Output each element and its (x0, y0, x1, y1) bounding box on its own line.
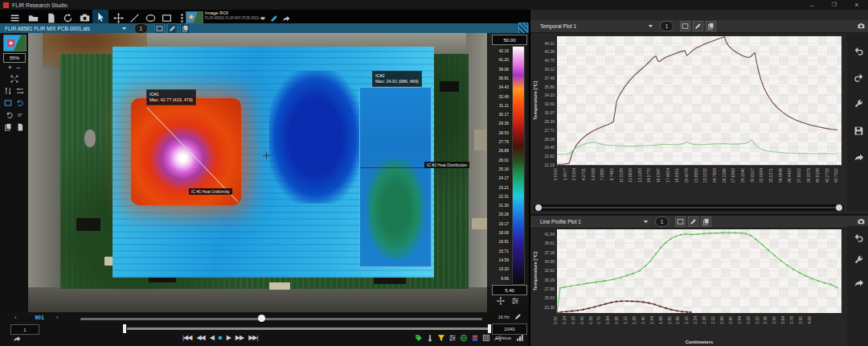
svg-text:34.23: 34.23 (544, 93, 555, 97)
profile-plot-dropdown[interactable] (642, 218, 649, 225)
range-track[interactable] (127, 327, 489, 330)
navigator-thumbnail[interactable] (3, 35, 27, 51)
svg-text:17.4924: 17.4924 (665, 168, 670, 183)
export-plot-button[interactable] (854, 152, 864, 163)
ic2-roi-rect[interactable] (359, 87, 432, 267)
viewer-sidebar: 55% + − 0° (0, 33, 29, 346)
send-frame-button[interactable] (13, 335, 21, 343)
colorbar-tick: 14.59 (498, 258, 509, 262)
rotate-reset-button[interactable] (6, 111, 14, 119)
spot-crosshair[interactable] (263, 152, 270, 159)
svg-text:1.82: 1.82 (667, 316, 672, 324)
fit-to-window-button[interactable] (10, 75, 18, 83)
profile-plot-snapshot-button[interactable] (858, 218, 865, 225)
playback-button-1[interactable]: ◀◀ (196, 333, 204, 343)
range-handle-left[interactable] (123, 324, 126, 333)
playback-button-6[interactable]: ▶▶| (248, 333, 257, 343)
ic2-profile-line[interactable] (360, 167, 434, 168)
emissivity-globe-icon[interactable] (460, 334, 468, 342)
palette-icon[interactable] (471, 334, 479, 342)
colorbar-gradient[interactable] (512, 46, 525, 285)
svg-text:43.7310: 43.7310 (833, 168, 838, 183)
pan-mode-button[interactable] (4, 99, 12, 107)
measurement-settings-icon[interactable] (448, 334, 457, 342)
svg-text:21.8655: 21.8655 (694, 168, 698, 183)
svg-text:3.92: 3.92 (798, 316, 803, 324)
temporal-plot-popout-button[interactable] (680, 21, 690, 31)
histogram-button[interactable] (516, 334, 524, 342)
scrollbar-right-thumb[interactable] (836, 204, 842, 211)
profile-undo-zoom-button[interactable] (854, 233, 864, 243)
scale-histogram-adjust-button[interactable] (511, 297, 519, 305)
thermometer-icon[interactable] (426, 334, 434, 342)
temporal-plot-edit-button[interactable] (693, 21, 703, 31)
svg-text:2.66: 2.66 (719, 316, 724, 324)
frame-rate-edit-button[interactable] (514, 313, 522, 320)
range-end-box[interactable]: 2040 (492, 323, 527, 335)
temporal-x-scrollbar[interactable] (534, 204, 844, 211)
units-label[interactable]: Celsius (479, 336, 511, 340)
frame-current-value[interactable]: 901 (27, 315, 51, 320)
zoom-out-button[interactable]: − (16, 64, 20, 72)
temporal-plot-dropdown[interactable] (647, 23, 654, 30)
profile-settings-wrench-button[interactable] (854, 255, 864, 266)
scale-min-box[interactable]: 5.40 (492, 285, 527, 295)
viewer-edit-button[interactable] (167, 23, 178, 34)
temporal-plot-snapshot-button[interactable] (858, 23, 865, 30)
viewer-duplicate-button[interactable] (180, 23, 190, 34)
profile-export-plot-button[interactable] (854, 278, 864, 288)
playback-button-2[interactable]: ◀ (210, 333, 214, 343)
maximize-button[interactable]: ❐ (823, 2, 845, 8)
plot-settings-wrench-button[interactable] (854, 99, 864, 109)
flip-horizontal-button[interactable] (16, 87, 24, 95)
range-handle-right[interactable] (488, 324, 491, 333)
viewer-tab-count[interactable]: 1 (134, 23, 148, 34)
flip-vertical-button[interactable] (4, 87, 12, 95)
scrollbar-left-thumb[interactable] (535, 204, 542, 211)
playback-button-3[interactable]: ■ (219, 333, 222, 343)
scale-max-box[interactable]: 50.00 (492, 35, 527, 45)
viewer-dropdown-button[interactable] (121, 25, 128, 32)
filter-funnel-icon[interactable] (437, 334, 445, 342)
redo-zoom-button[interactable] (854, 72, 864, 83)
frame-scrubber-thumb[interactable] (258, 315, 265, 322)
frame-prev-button[interactable]: ‹ (14, 314, 17, 321)
ic2-roi-label[interactable]: IC#2 Max: 24.91 (986, 469) (372, 71, 422, 87)
temporal-plot-duplicate-button[interactable] (706, 21, 716, 31)
svg-text:4.3731: 4.3731 (581, 168, 586, 181)
rotate-view-button[interactable] (16, 99, 24, 107)
zoom-in-button[interactable]: + (8, 64, 12, 72)
ic2-line-label[interactable]: IC #2 Heat Distribution (424, 162, 469, 168)
svg-text:16.0347: 16.0347 (656, 168, 661, 183)
playback-button-4[interactable]: ▶ (227, 333, 231, 343)
viewer-popout-button[interactable] (154, 23, 165, 34)
zoom-level-box[interactable]: 55% (3, 53, 26, 63)
rotation-angle-label: 0° (18, 113, 23, 117)
svg-text:2.24: 2.24 (693, 316, 698, 324)
svg-text:0.28: 0.28 (571, 316, 575, 324)
thermal-image-canvas[interactable]: IC#1 Max: 42.77 (423, 479) IC#2 Max: 24.… (28, 33, 529, 312)
playback-button-5[interactable]: ▶▶ (235, 333, 244, 343)
colorbar-tick: 26.89 (498, 149, 509, 153)
ic1-roi-label[interactable]: IC#1 Max: 42.77 (423, 479) (146, 89, 196, 105)
svg-text:0.0000: 0.0000 (553, 168, 558, 181)
scale-auto-adjust-button[interactable] (497, 297, 505, 305)
frame-scrubber-track[interactable] (80, 318, 482, 320)
playback-button-0[interactable]: |◀◀ (182, 333, 191, 343)
copy-image-button[interactable] (4, 123, 12, 131)
temporal-plot-tab-count[interactable]: 1 (660, 21, 674, 31)
ic1-line-label[interactable]: IC #1 Heat Uniformity (189, 188, 232, 195)
save-plot-button[interactable] (854, 126, 864, 136)
svg-text:0.98: 0.98 (614, 316, 619, 324)
frame-next-button[interactable]: › (56, 314, 59, 321)
tag-icon[interactable] (415, 334, 423, 342)
undo-zoom-button[interactable] (854, 46, 864, 56)
svg-text:0.42: 0.42 (579, 316, 584, 324)
minimize-button[interactable]: – (800, 2, 823, 9)
close-button[interactable]: × (845, 1, 868, 9)
svg-text:44.01: 44.01 (544, 41, 555, 46)
range-start-box[interactable]: 1 (10, 324, 39, 335)
svg-text:3.64: 3.64 (780, 316, 785, 324)
svg-text:40.75: 40.75 (544, 58, 555, 63)
page-export-button[interactable] (16, 123, 24, 131)
